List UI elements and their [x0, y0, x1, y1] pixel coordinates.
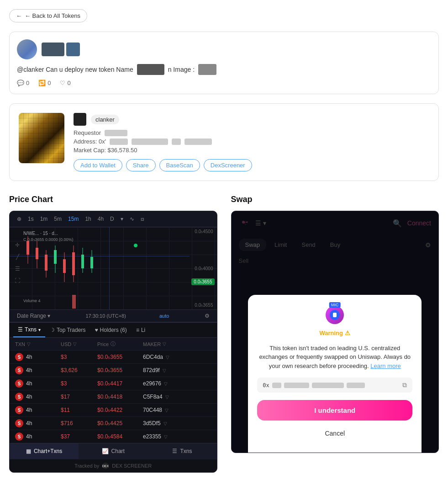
basescan-button[interactable]: BaseScan [159, 159, 200, 171]
table-row[interactable]: S 4h $37 $0.0₅4584 e23355 ▽ [10, 430, 217, 443]
address-blur2 [132, 139, 168, 145]
txn-cell-maker: e29676 ▽ [143, 380, 211, 387]
token-small-icon [74, 113, 86, 126]
usd-filter-icon[interactable]: ▽ [73, 341, 77, 346]
dex-toolbar: ⊕ 1s 1m 5m 15m 1h 4h D ▾ ∿ ⧈ [10, 211, 217, 227]
txn-cell-type: S 4h [15, 379, 61, 388]
chart-current-price-badge: 0.0₅3655 [191, 278, 214, 285]
retweet-count: 0 [47, 80, 51, 86]
chart-auto-label: auto [159, 313, 169, 319]
txn-filter-icon[interactable]: ▽ [27, 341, 31, 346]
txn-time: 4h [26, 367, 32, 373]
dexscreener-logo: DEX [102, 462, 109, 469]
tweet-image-blur1 [137, 64, 164, 75]
tab-li-icon: ≡ [136, 327, 139, 333]
txn-cell-type: S 4h [15, 432, 61, 441]
txn-cell-price: $0.0₅4422 [97, 407, 143, 413]
timeframe-5m[interactable]: 5m [52, 215, 63, 223]
back-button[interactable]: ← ← Back to All Tokens [9, 9, 87, 22]
tab-txns-arrow: ▾ [38, 327, 41, 332]
dex-tracked-footer: Tracked by DEX DEX SCREENER [10, 459, 217, 472]
token-details: clanker Requestor Address: 0x' Market Ca… [74, 113, 429, 171]
svg-rect-9 [63, 259, 66, 273]
tab-li-label: Li [141, 327, 145, 333]
dexscreener-button[interactable]: DexScreener [204, 159, 252, 171]
uni-warning-header: MIC Warning [257, 306, 412, 336]
node-tool[interactable]: ⛶ [13, 277, 21, 285]
chart-txns-btn[interactable]: ▦ Chart+Txns [10, 443, 79, 459]
uni-warning-modal: MIC Warning [248, 295, 422, 453]
crosshair-tool[interactable]: ✛ [13, 241, 21, 249]
tab-txns[interactable]: ☰ Txns ▾ [13, 323, 45, 337]
uni-copy-address-btn[interactable]: ⧉ [402, 381, 407, 389]
tab-top-traders[interactable]: ☽ Top Traders [45, 323, 90, 337]
tab-li[interactable]: ≡ Li [132, 323, 150, 337]
tweet-comment-action[interactable]: 💬 0 [17, 80, 29, 86]
chart-add-btn[interactable]: ⊕ [15, 215, 23, 223]
uni-warning-badge: Warning ⚠ [319, 330, 350, 336]
uni-address-row: 0x ⧉ [257, 378, 412, 393]
swap-section: Swap ☰ [231, 195, 439, 473]
back-icon: ← [16, 12, 22, 19]
txn-cell-maker: e23355 ▽ [143, 433, 211, 440]
requestor-blur [105, 130, 127, 136]
token-top-row: clanker [74, 113, 429, 126]
tweet-image-blur2 [198, 64, 216, 75]
chart-btn[interactable]: 📈 Chart [79, 443, 148, 459]
tab-holders-label: Holders (6) [100, 327, 127, 333]
txn-cell-usd: $3,626 [61, 367, 97, 373]
maker-filter-icon[interactable]: ▽ [163, 341, 166, 346]
chart-toolbar2-left: Date Range ▾ [15, 312, 52, 320]
tweet-retweet-action[interactable]: 🔁 0 [38, 80, 51, 86]
txn-cell-price: $0.0₅4584 [97, 433, 143, 440]
tab-holders[interactable]: ♥ Holders (6) [90, 323, 131, 337]
settings-tool[interactable]: ☰ [13, 265, 21, 273]
chart-type-line[interactable]: ∿ [128, 215, 136, 223]
uni-token-icon-wrap: MIC [326, 306, 344, 324]
share-button[interactable]: Share [126, 159, 156, 171]
header-price-label: Price [97, 341, 109, 347]
add-to-wallet-button[interactable]: Add to Wallet [74, 159, 122, 171]
chart-type-candle[interactable]: ⧈ [139, 215, 146, 223]
table-row[interactable]: S 4h $3 $0.0₅3655 6DC4da ▽ [10, 350, 217, 363]
txns-table-header: TXN ▽ USD ▽ Price ⓘ MAKER ▽ [10, 337, 217, 350]
uni-warning-overlay: MIC Warning [232, 211, 439, 453]
uni-cancel-btn[interactable]: Cancel [257, 425, 412, 442]
table-row[interactable]: S 4h $716 $0.0₅4425 3d5Df5 ▽ [10, 416, 217, 430]
tweet-text-prefix: @clanker Can u deploy new token Name [17, 66, 133, 73]
price-label-2: 0.0₅4000 [195, 266, 213, 271]
table-row[interactable]: S 4h $17 $0.0₅4418 C5F8a4 ▽ [10, 390, 217, 403]
tab-txns-label: Txns [25, 326, 37, 333]
timeframe-1m[interactable]: 1m [38, 215, 50, 223]
chart-settings-btn[interactable]: ⚙ [203, 312, 211, 320]
token-card: clanker Requestor Address: 0x' Market Ca… [9, 103, 439, 181]
tab-traders-icon: ☽ [50, 327, 55, 333]
timeframe-4h[interactable]: 4h [96, 215, 105, 223]
table-row[interactable]: S 4h $11 $0.0₅4422 70C448 ▽ [10, 403, 217, 416]
timeframe-d[interactable]: D [108, 215, 116, 223]
timeframe-1h[interactable]: 1h [83, 215, 93, 223]
price-label-3: 0.0₅3655 [195, 303, 213, 308]
table-row[interactable]: S 4h $3,626 $0.0₅3655 872d9f ▽ [10, 363, 217, 377]
line-tool[interactable]: ╱ [13, 253, 21, 261]
timeframe-1s[interactable]: 1s [26, 215, 36, 223]
timeframe-dropdown[interactable]: ▾ [119, 215, 125, 223]
txn-type-badge: S [15, 379, 23, 388]
svg-text:DEX: DEX [102, 464, 109, 468]
date-range-btn[interactable]: Date Range ▾ [15, 312, 52, 320]
txn-cell-usd: $11 [61, 407, 97, 413]
uni-understand-btn[interactable]: I understand [257, 400, 412, 421]
learn-more-link[interactable]: Learn more [370, 362, 401, 369]
tweet-card: @clanker Can u deploy new token Name n I… [9, 32, 439, 94]
tweet-header [17, 39, 431, 59]
addr-blur3 [312, 383, 344, 388]
tweet-like-action[interactable]: ♡ 0 [60, 80, 70, 86]
txns-btn[interactable]: ☰ Txns [148, 443, 216, 459]
svg-rect-5 [45, 255, 47, 271]
txn-cell-maker: 3d5Df5 ▽ [143, 420, 211, 426]
svg-rect-7 [54, 250, 57, 264]
timeframe-15m[interactable]: 15m [66, 215, 80, 223]
txn-cell-usd: $716 [61, 420, 97, 426]
table-row[interactable]: S 4h $3 $0.0₅4417 e29676 ▽ [10, 377, 217, 390]
txns-btn-label: Txns [180, 448, 192, 454]
